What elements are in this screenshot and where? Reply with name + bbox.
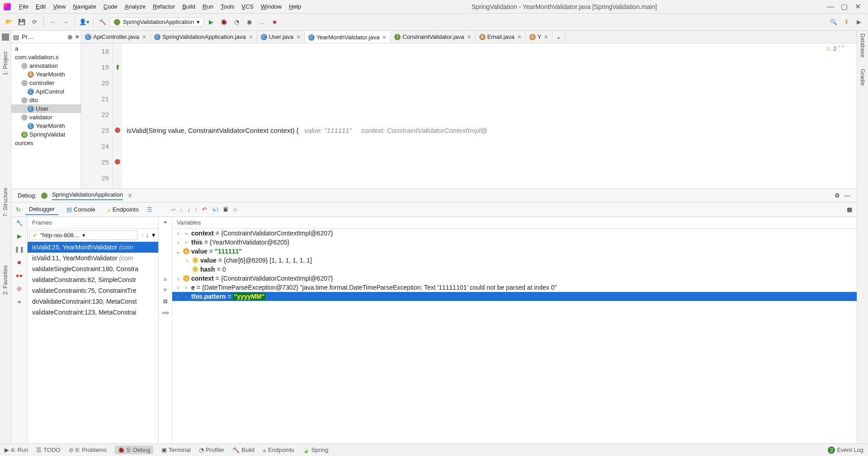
breakpoint-icon[interactable]	[115, 127, 120, 133]
menu-refactor[interactable]: Refactor	[149, 2, 179, 11]
editor-tab[interactable]: CSpringValidationApplication.java✕	[151, 31, 257, 43]
endpoints-tab[interactable]: ⟁Endpoints	[104, 204, 142, 215]
favorites-tool-button[interactable]: 2: Favorites	[2, 265, 9, 295]
settings-icon[interactable]: 🔧	[16, 220, 23, 226]
collapse-icon[interactable]: ≡	[75, 33, 79, 40]
variable-row[interactable]: ›∞this.pattern = "yyyyMM"	[172, 292, 857, 301]
stack-frame[interactable]: validateConstraints:75, ConstraintTre	[28, 285, 158, 296]
breakpoint-icon[interactable]	[115, 159, 120, 165]
glasses-icon[interactable]: 👓	[162, 310, 169, 316]
view-breakpoints-icon[interactable]: ●●	[16, 272, 23, 279]
tree-item[interactable]: AYearMonth	[11, 70, 81, 79]
chevron-down-icon[interactable]: ˇ	[842, 45, 844, 52]
menu-run[interactable]: Run	[199, 2, 217, 11]
run-tool-button[interactable]: ▶ 4: Run	[5, 447, 28, 453]
editor-tab[interactable]: AEmail.java✕	[476, 31, 526, 43]
minimize-button[interactable]: —	[824, 3, 837, 11]
override-icon[interactable]: ⬆	[115, 63, 121, 71]
run-button-icon[interactable]: ▶	[206, 17, 217, 28]
pause-icon[interactable]: ❚❚	[14, 246, 24, 253]
menu-code[interactable]: Code	[100, 2, 121, 11]
menu-help[interactable]: Help	[285, 2, 305, 11]
code-area[interactable]: ⚠ 2 ˆ ˇ 1819 2021 2223 2425 26 ⬆	[81, 43, 857, 188]
variable-row[interactable]: ›fvalue = {char[6]@6209} [1, 1, 1, 1, 1,…	[172, 256, 857, 265]
menu-navigate[interactable]: Navigate	[69, 2, 99, 11]
more-icon[interactable]: »	[18, 298, 21, 305]
tree-item[interactable]: CUser	[11, 104, 81, 113]
tree-item[interactable]: controller	[11, 79, 81, 87]
users-icon[interactable]: 👤▾	[79, 17, 90, 28]
menu-build[interactable]: Build	[179, 2, 199, 11]
save-icon[interactable]: 💾	[16, 17, 27, 28]
variable-row[interactable]: ›pcontext = {ConstraintValidatorContextI…	[172, 274, 857, 283]
mute-breakpoints-icon[interactable]: ⊘	[17, 285, 22, 292]
database-tool-button[interactable]: Database	[859, 33, 866, 58]
project-tree[interactable]: acom.validation.sannotationAYearMonthcon…	[11, 43, 81, 148]
close-tab-icon[interactable]: ✕	[517, 34, 522, 40]
console-tab[interactable]: ▤Console	[63, 204, 99, 215]
threads-icon[interactable]: ☰	[147, 206, 152, 213]
editor-tab[interactable]: CYearMonthValidator.java✕	[305, 31, 391, 43]
variable-row[interactable]: ⌄pvalue = "111111"	[172, 247, 857, 256]
run-to-cursor-icon[interactable]: ↳I	[212, 206, 218, 213]
spring-tool-button[interactable]: 🍃 Spring	[302, 447, 329, 453]
variables-list[interactable]: ›∞context = {ConstraintValidatorContextI…	[172, 229, 857, 443]
chevron-up-icon[interactable]: ˆ	[838, 45, 840, 52]
close-tab-icon[interactable]: ✕	[467, 34, 472, 40]
tree-item[interactable]: ources	[11, 139, 81, 147]
menu-analyze[interactable]: Analyze	[121, 2, 149, 11]
menu-tools[interactable]: Tools	[217, 2, 238, 11]
todo-tool-button[interactable]: ☰ TODO	[36, 447, 60, 453]
stack-frame[interactable]: doValidateConstraint:130, MetaConst	[28, 296, 158, 307]
next-frame-icon[interactable]: ↓	[146, 232, 149, 239]
stack-frame[interactable]: validateConstraint:123, MetaConstrai	[28, 307, 158, 318]
stack-frame[interactable]: validateConstraints:62, SimpleConstr	[28, 274, 158, 285]
profile-icon[interactable]: ◉	[244, 17, 255, 28]
debugger-tab[interactable]: Debugger	[25, 204, 58, 215]
close-tab-icon[interactable]: ✕	[382, 34, 387, 41]
project-tool-button[interactable]: 1: Project	[2, 52, 9, 75]
trace-icon[interactable]: ⎋	[233, 206, 237, 213]
layout-icon[interactable]: ▦	[847, 206, 852, 213]
project-view-icon[interactable]: ▤	[13, 33, 19, 41]
editor-tab[interactable]: CApiController.java✕	[81, 31, 151, 43]
close-tab-icon[interactable]: ✕	[296, 34, 301, 40]
menu-edit[interactable]: Edit	[32, 2, 49, 11]
tree-item[interactable]: CApiControl	[11, 87, 81, 96]
thread-selector[interactable]: ✔ "http-nio-808… ▾	[29, 230, 137, 240]
build-icon[interactable]: 🔨	[97, 17, 108, 28]
debug-button-icon[interactable]: 🐞	[218, 17, 229, 28]
stack-frame[interactable]: validateSingleConstraint:180, Constra	[28, 263, 158, 274]
coverage-icon[interactable]: ◔	[231, 17, 242, 28]
close-tab-icon[interactable]: ✕	[249, 34, 253, 40]
scroll-down-icon[interactable]: ▼	[162, 287, 168, 293]
stack-frame[interactable]: isValid:25, YearMonthValidator (com	[28, 242, 158, 253]
copy-icon[interactable]: ⧉	[163, 298, 167, 305]
stop-icon[interactable]: ■	[269, 17, 280, 28]
rerun-icon[interactable]: ↻	[16, 206, 21, 213]
target-icon[interactable]: ⊕	[67, 33, 73, 41]
inspection-badge[interactable]: ⚠ 2 ˆ ˇ	[826, 45, 844, 52]
problems-tool-button[interactable]: ⊘ 6: Problems	[69, 447, 107, 453]
force-step-into-icon[interactable]: ↓	[187, 206, 190, 213]
drop-frame-icon[interactable]: ↶	[202, 206, 207, 213]
menu-view[interactable]: View	[49, 2, 69, 11]
variable-row[interactable]: ›≡this = {YearMonthValidator@6205}	[172, 238, 857, 247]
hide-panel-icon[interactable]: —	[844, 192, 850, 199]
menu-file[interactable]: File	[15, 2, 32, 11]
variable-row[interactable]: ›≡e = {DateTimeParseException@7302} "jav…	[172, 283, 857, 292]
tree-item[interactable]: dto	[11, 96, 81, 104]
ide-run-icon[interactable]: ▶	[854, 17, 864, 28]
close-session-icon[interactable]: ✕	[127, 192, 132, 199]
attach-icon[interactable]: …	[256, 17, 267, 28]
tree-item[interactable]: annotation	[11, 61, 81, 70]
tree-item[interactable]: com.validation.s	[11, 53, 81, 61]
profiler-tool-button[interactable]: ◔ Profiler	[199, 447, 224, 453]
menu-window[interactable]: Window	[257, 2, 285, 11]
project-view-label[interactable]: Pr…	[22, 33, 34, 40]
prev-frame-icon[interactable]: ↑	[141, 232, 144, 239]
refresh-icon[interactable]: ⟳	[29, 17, 40, 28]
step-into-icon[interactable]: ↓	[180, 206, 183, 213]
tree-item[interactable]: SSpringValidat	[11, 130, 81, 139]
step-out-icon[interactable]: ↑	[195, 206, 198, 213]
